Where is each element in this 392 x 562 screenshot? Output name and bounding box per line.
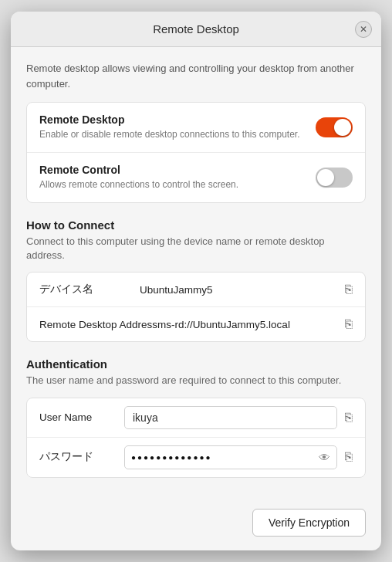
how-to-connect-desc: Connect to this computer using the devic… [26,235,366,262]
username-copy-icon[interactable]: ⎘ [345,411,353,425]
info-card: デバイス名 UbuntuJammy5 ⎘ Remote Desktop Addr… [26,272,366,342]
rdp-address-row: Remote Desktop Address ms-rd://UbuntuJam… [27,306,365,341]
dialog-content: Remote desktop allows viewing and contro… [11,47,381,508]
auth-section-title: Authentication [26,357,366,371]
how-to-connect-section: How to Connect Connect to this computer … [26,218,366,342]
password-dots: ●●●●●●●●●●●●● [131,453,319,462]
remote-control-row: Remote Control Allows remote connections… [27,152,365,202]
rdp-address-key: Remote Desktop Address [39,319,157,330]
remote-control-label: Remote Control [39,164,316,176]
show-password-icon[interactable]: 👁︎ [319,451,330,464]
remote-control-thumb [317,169,334,186]
device-name-row: デバイス名 UbuntuJammy5 ⎘ [27,273,365,306]
password-wrapper: ●●●●●●●●●●●●● 👁︎ [124,445,337,469]
settings-card: Remote Desktop Enable or disable remote … [26,102,366,203]
username-label: User Name [39,411,124,423]
remote-desktop-track[interactable] [316,117,353,137]
remote-desktop-row: Remote Desktop Enable or disable remote … [27,103,365,152]
remote-desktop-info: Remote Desktop Enable or disable remote … [39,113,316,141]
rdp-address-value: ms-rd://UbuntuJammy5.local [157,319,339,330]
password-row: パスワード ●●●●●●●●●●●●● 👁︎ ⎘ [27,437,365,477]
device-name-value: UbuntuJammy5 [140,284,339,296]
remote-control-desc: Allows remote connections to control the… [39,178,316,191]
password-copy-icon[interactable]: ⎘ [345,450,353,464]
dialog-title: Remote Desktop [153,22,239,36]
title-bar: Remote Desktop ✕ [11,12,381,47]
remote-control-track[interactable] [316,168,353,188]
remote-control-toggle[interactable] [316,168,353,188]
remote-control-info: Remote Control Allows remote connections… [39,164,316,191]
dialog-footer: Verify Encryption [11,509,381,550]
device-name-copy-icon[interactable]: ⎘ [345,283,353,296]
intro-description: Remote desktop allows viewing and contro… [26,61,366,91]
how-to-connect-title: How to Connect [26,218,366,232]
remote-desktop-thumb [334,119,351,136]
remote-desktop-toggle[interactable] [316,117,353,137]
remote-desktop-dialog: Remote Desktop ✕ Remote desktop allows v… [11,12,381,550]
device-name-key: デバイス名 [39,283,140,296]
authentication-section: Authentication The user name and passwor… [26,357,366,477]
close-button[interactable]: ✕ [355,21,372,38]
auth-card: User Name ⎘ パスワード ●●●●●●●●●●●●● 👁︎ ⎘ [26,398,366,478]
auth-section-desc: The user name and password are required … [26,374,366,388]
remote-desktop-label: Remote Desktop [39,113,316,126]
username-row: User Name ⎘ [27,398,365,437]
rdp-address-copy-icon[interactable]: ⎘ [345,317,353,331]
remote-desktop-desc: Enable or disable remote desktop connect… [39,128,316,141]
verify-encryption-button[interactable]: Verify Encryption [252,509,366,537]
username-input[interactable] [124,406,337,429]
password-label: パスワード [39,450,124,464]
